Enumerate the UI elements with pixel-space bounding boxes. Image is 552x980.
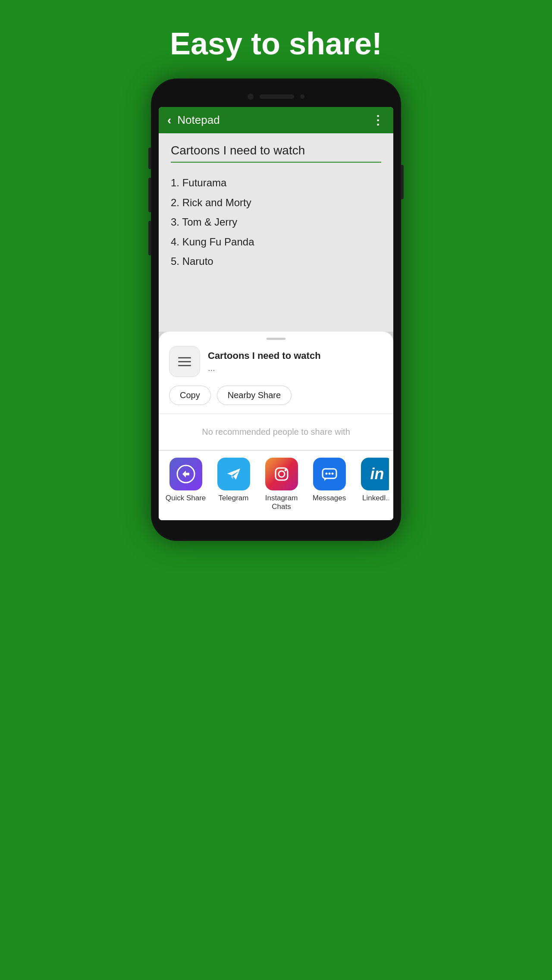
quickshare-icon bbox=[169, 458, 202, 490]
share-note-title: Cartoons I need to watch bbox=[208, 350, 383, 361]
list-item: 2. Rick and Morty bbox=[171, 193, 381, 213]
app-telegram[interactable]: Telegram bbox=[211, 458, 256, 512]
app-icons-section: Quick Share Telegram bbox=[159, 450, 393, 520]
list-item: 4. Kung Fu Panda bbox=[171, 232, 381, 252]
back-button[interactable]: ‹ bbox=[167, 113, 171, 127]
app-icons-row: Quick Share Telegram bbox=[163, 458, 389, 512]
telegram-icon bbox=[217, 458, 250, 490]
instagram-icon bbox=[265, 458, 298, 490]
app-linkedin[interactable]: in LinkedI... bbox=[354, 458, 389, 512]
icon-line bbox=[178, 365, 191, 366]
svg-point-3 bbox=[284, 469, 286, 471]
telegram-label: Telegram bbox=[219, 494, 249, 503]
svg-point-2 bbox=[279, 471, 285, 477]
note-list: 1. Futurama 2. Rick and Morty 3. Tom & J… bbox=[171, 173, 381, 271]
app-quickshare[interactable]: Quick Share bbox=[163, 458, 208, 512]
messages-label: Messages bbox=[313, 494, 346, 503]
drag-handle bbox=[267, 338, 285, 340]
svg-point-7 bbox=[331, 473, 333, 475]
share-handle bbox=[159, 332, 393, 346]
svg-point-5 bbox=[325, 473, 327, 475]
phone-top-bar bbox=[159, 86, 393, 107]
note-title: Cartoons I need to watch bbox=[171, 144, 381, 157]
note-divider bbox=[171, 162, 381, 163]
bixby-button bbox=[148, 221, 151, 255]
share-sheet: Cartoons I need to watch ... Copy Nearby… bbox=[159, 332, 393, 520]
phone-screen: ‹ Notepad ⋮ Cartoons I need to watch 1. … bbox=[159, 107, 393, 520]
page-title: Easy to share! bbox=[170, 26, 382, 61]
power-button bbox=[401, 165, 404, 199]
note-area: Cartoons I need to watch 1. Futurama 2. … bbox=[159, 133, 393, 332]
overflow-menu-button[interactable]: ⋮ bbox=[372, 113, 385, 127]
messages-icon bbox=[313, 458, 346, 490]
linkedin-icon: in bbox=[361, 458, 389, 490]
header-left: ‹ Notepad bbox=[167, 113, 220, 127]
icon-line bbox=[178, 361, 191, 362]
list-item: 3. Tom & Jerry bbox=[171, 212, 381, 232]
action-buttons-row: Copy Nearby Share bbox=[159, 386, 393, 414]
app-instagram[interactable]: InstagramChats bbox=[259, 458, 304, 512]
share-preview-row: Cartoons I need to watch ... bbox=[159, 346, 393, 386]
note-icon bbox=[178, 357, 191, 366]
no-recommended-text: No recommended people to share with bbox=[159, 414, 393, 450]
app-title: Notepad bbox=[177, 113, 220, 127]
svg-point-6 bbox=[328, 473, 330, 475]
app-messages[interactable]: Messages bbox=[307, 458, 352, 512]
nearby-share-button[interactable]: Nearby Share bbox=[217, 386, 292, 405]
instagram-label: InstagramChats bbox=[265, 494, 298, 512]
list-item: 1. Futurama bbox=[171, 173, 381, 193]
share-note-subtitle: ... bbox=[208, 363, 383, 373]
sensor bbox=[300, 94, 304, 99]
share-preview-text: Cartoons I need to watch ... bbox=[208, 350, 383, 373]
app-header: ‹ Notepad ⋮ bbox=[159, 107, 393, 133]
icon-line bbox=[178, 357, 191, 358]
share-note-icon bbox=[169, 346, 200, 377]
phone-mockup: ‹ Notepad ⋮ Cartoons I need to watch 1. … bbox=[151, 79, 401, 541]
copy-button[interactable]: Copy bbox=[169, 386, 211, 405]
front-camera bbox=[248, 94, 254, 100]
volume-up-button bbox=[148, 148, 151, 169]
list-item: 5. Naruto bbox=[171, 251, 381, 271]
volume-down-button bbox=[148, 178, 151, 212]
phone-bottom-bar bbox=[159, 520, 393, 533]
quickshare-label: Quick Share bbox=[166, 494, 206, 503]
linkedin-label: LinkedI... bbox=[362, 494, 389, 503]
earpiece bbox=[260, 94, 294, 99]
